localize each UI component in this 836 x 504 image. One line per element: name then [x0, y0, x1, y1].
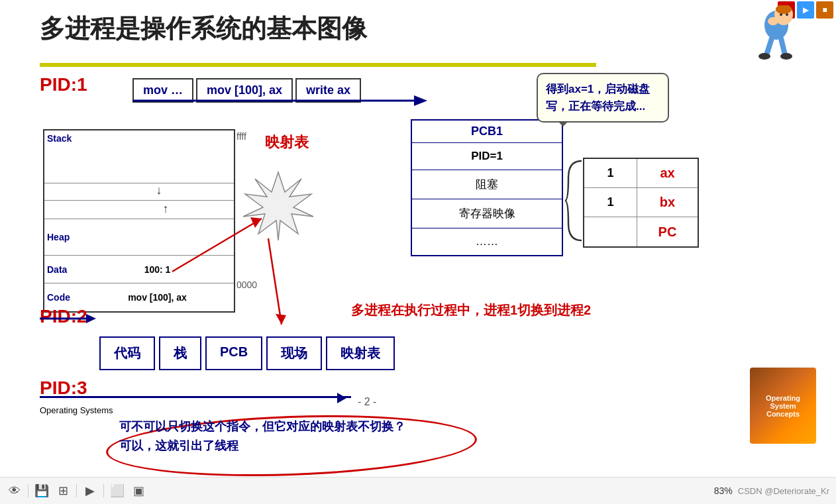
svg-point-3: [780, 13, 782, 16]
annotation-line2: 可以，这就引出了线程: [119, 436, 457, 456]
annotation-line1: 可不可以只切换这个指令，但它对应的映射表不切换？: [119, 417, 457, 436]
pcb1-pid: PID=1: [412, 143, 562, 170]
stack-content: [81, 133, 234, 138]
heap-label: Heap: [44, 232, 81, 242]
register-box: 1 ax 1 bx PC: [583, 158, 699, 248]
toolbar-play-icon[interactable]: ▶: [82, 483, 98, 499]
starburst: [235, 169, 321, 248]
svg-line-8: [781, 38, 785, 55]
pid3-arrow: [40, 396, 351, 398]
toolbar-screen2-icon[interactable]: ▣: [131, 483, 146, 499]
pcb1-registers: 寄存器映像: [412, 199, 562, 228]
reg-name-pc: PC: [637, 225, 698, 240]
toolbar-sep2: [76, 484, 77, 497]
svg-line-16: [268, 238, 282, 325]
pid2-box-code: 代码: [99, 336, 155, 370]
svg-marker-19: [86, 314, 96, 323]
reg-row-ax: 1 ax: [584, 159, 698, 188]
ffff-label: ffff: [236, 131, 246, 142]
os-label: Operating Systems: [40, 405, 113, 415]
book-line2: System: [770, 402, 796, 410]
heap-content: [81, 234, 234, 240]
pid2-box-stack: 栈: [159, 336, 201, 370]
book-icon: Operating System Concepts: [750, 368, 816, 444]
pid2-row: 代码 栈 PCB 现场 映射表: [99, 336, 395, 370]
toolbar-zoom: 83%: [714, 485, 733, 496]
svg-marker-13: [243, 172, 313, 240]
pcb1-title: PCB1: [412, 121, 562, 143]
svg-marker-17: [276, 314, 286, 325]
code-content: mov [100], ax: [81, 289, 234, 305]
reg-name-bx: bx: [637, 195, 698, 210]
pcb1-status: 阻塞: [412, 170, 562, 199]
pid2-box-scene: 现场: [266, 336, 322, 370]
toolbar: 👁 💾 ⊞ ▶ ⬜ ▣ 83% CSDN @Deteriorate_Kr: [0, 477, 836, 504]
toolbar-save-icon[interactable]: 💾: [34, 483, 50, 499]
mem-row-data: Data 100: 1: [44, 256, 234, 283]
mem-row-heap: Heap: [44, 219, 234, 256]
svg-point-4: [786, 13, 788, 16]
zero-label: 0000: [236, 279, 257, 290]
pid1-label: PID:1: [40, 74, 87, 95]
mem-row-stack: Stack: [44, 130, 234, 183]
reg-val-pc: [584, 217, 637, 246]
code-label: Code: [44, 292, 81, 303]
pid2-arrow: [40, 311, 96, 326]
slide: C ▶ ■ 多进程是操作系统的基本图像: [0, 0, 836, 477]
data-content: 100: 1: [81, 262, 234, 277]
reg-row-bx: 1 bx: [584, 188, 698, 217]
title-divider: [40, 63, 596, 67]
reg-val-bx: 1: [584, 188, 637, 217]
pid2-box-pcb: PCB: [205, 336, 262, 370]
reg-row-pc: PC: [584, 217, 698, 246]
book-line3: Concepts: [766, 410, 800, 418]
pid1-arrow: [132, 73, 424, 113]
svg-point-10: [780, 53, 792, 60]
toolbar-sep3: [103, 484, 104, 497]
reg-val-ax: 1: [584, 159, 637, 187]
yingshe-label: 映射表: [265, 132, 309, 152]
pcb1-box: PCB1 PID=1 阻塞 寄存器映像 ……: [411, 119, 563, 256]
slide-title: 多进程是操作系统的基本图像: [40, 12, 367, 46]
stack-label: Stack: [44, 133, 81, 144]
multiprocess-text: 多进程在执行过程中，进程1切换到进程2: [351, 301, 591, 319]
toolbar-grid-icon[interactable]: ⊞: [55, 483, 71, 499]
logo-b: ■: [816, 1, 833, 19]
pid2-box-map: 映射表: [326, 336, 395, 370]
pcb1-dots: ……: [412, 228, 562, 255]
book-line1: Operating: [766, 394, 800, 402]
reg-name-ax: ax: [637, 166, 698, 181]
svg-line-7: [766, 38, 772, 55]
data-label: Data: [44, 264, 81, 275]
thinker-icon: [747, 5, 806, 72]
annotation-text: 可不可以只切换这个指令，但它对应的映射表不切换？ 可以，这就引出了线程: [119, 417, 457, 456]
toolbar-eye-icon[interactable]: 👁: [7, 483, 23, 499]
svg-marker-12: [414, 95, 427, 106]
callout-bubble: 得到ax=1，启动磁盘写，正在等待完成...: [537, 73, 669, 123]
toolbar-brand: CSDN @Deteriorate_Kr: [738, 486, 829, 496]
toolbar-sep1: [28, 484, 28, 497]
page-number: - 2 -: [358, 396, 376, 408]
toolbar-screen1-icon[interactable]: ⬜: [109, 483, 125, 499]
svg-point-9: [758, 53, 770, 60]
memory-box: Stack ↓ ↑ Heap Data 100: 1 Code mov [100…: [43, 129, 235, 313]
